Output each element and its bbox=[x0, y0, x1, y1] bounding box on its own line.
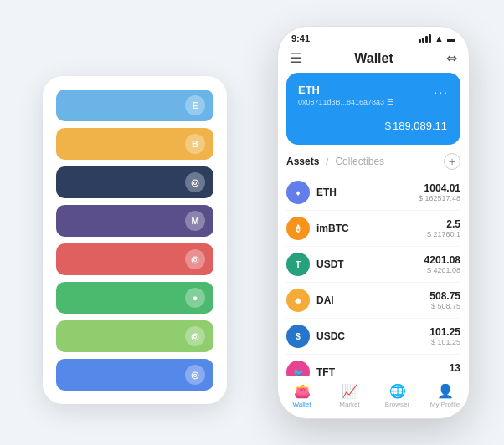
phone-content: ETH ... 0x08711d3B...8416a78a3 ☰ $189,08… bbox=[278, 73, 469, 376]
nav-icon-market: 📈 bbox=[342, 383, 358, 399]
asset-row[interactable]: 🐦TFT130 bbox=[286, 355, 460, 376]
asset-list: ♦ETH1004.01$ 162517.48₿imBTC2.5$ 21760.1… bbox=[286, 175, 460, 376]
nav-label-my-profile: My Profile bbox=[430, 401, 460, 408]
nav-item-my-profile[interactable]: 👤My Profile bbox=[421, 383, 469, 408]
expand-icon[interactable]: ⇔ bbox=[446, 50, 457, 66]
add-asset-button[interactable]: + bbox=[444, 153, 460, 170]
asset-icon-usdc: $ bbox=[286, 325, 310, 348]
balance-amount: 189,089.11 bbox=[393, 120, 447, 132]
asset-name-eth: ETH bbox=[316, 187, 419, 198]
phone-header: ☰ Wallet ⇔ bbox=[278, 47, 469, 73]
card-item-icon: ◎ bbox=[185, 365, 205, 385]
card-item[interactable]: ◎ bbox=[56, 320, 213, 352]
card-item[interactable]: ● bbox=[56, 282, 213, 314]
card-item-icon: ◎ bbox=[185, 249, 205, 269]
bottom-nav: 👛Wallet📈Market🌐Browser👤My Profile bbox=[278, 376, 469, 418]
nav-icon-my-profile: 👤 bbox=[437, 383, 454, 399]
eth-card[interactable]: ETH ... 0x08711d3B...8416a78a3 ☰ $189,08… bbox=[286, 73, 460, 145]
card-item-icon: ● bbox=[185, 288, 205, 308]
asset-amount-primary-dai: 508.75 bbox=[429, 290, 460, 302]
eth-card-header: ETH ... bbox=[298, 83, 449, 96]
battery-icon: ▬ bbox=[447, 34, 455, 43]
asset-amount-secondary-usdt: $ 4201.08 bbox=[424, 266, 460, 274]
asset-amount-secondary-eth: $ 162517.48 bbox=[419, 194, 460, 202]
eth-card-title: ETH bbox=[298, 84, 320, 96]
card-item-icon: ◎ bbox=[185, 326, 205, 346]
nav-label-market: Market bbox=[339, 401, 359, 408]
eth-card-menu[interactable]: ... bbox=[434, 83, 449, 96]
tab-assets[interactable]: Assets bbox=[286, 156, 319, 167]
asset-amounts-tft: 130 bbox=[450, 362, 460, 376]
eth-card-address: 0x08711d3B...8416a78a3 ☰ bbox=[298, 98, 449, 106]
assets-header: Assets / Collectibes + bbox=[286, 153, 460, 170]
nav-item-market[interactable]: 📈Market bbox=[326, 383, 373, 408]
card-item[interactable]: ◎ bbox=[56, 359, 213, 391]
time-display: 9:41 bbox=[291, 33, 310, 43]
asset-amount-primary-eth: 1004.01 bbox=[419, 182, 460, 194]
status-bar: 9:41 ▲ ▬ bbox=[278, 27, 469, 47]
asset-row[interactable]: ♦ETH1004.01$ 162517.48 bbox=[286, 175, 460, 211]
menu-icon[interactable]: ☰ bbox=[290, 50, 301, 66]
status-icons: ▲ ▬ bbox=[419, 33, 455, 43]
nav-item-browser[interactable]: 🌐Browser bbox=[373, 383, 421, 408]
asset-row[interactable]: ₿imBTC2.5$ 21760.1 bbox=[286, 211, 460, 247]
asset-amount-secondary-usdc: $ 101.25 bbox=[429, 338, 460, 346]
card-item[interactable]: ◎ bbox=[56, 243, 213, 275]
assets-tabs: Assets / Collectibes bbox=[286, 156, 384, 167]
asset-amount-secondary-imbtc: $ 21760.1 bbox=[427, 230, 460, 238]
asset-amount-primary-usdt: 4201.08 bbox=[424, 254, 460, 266]
asset-row[interactable]: ◈DAI508.75$ 508.75 bbox=[286, 283, 460, 319]
eth-card-balance: $189,089.11 bbox=[298, 113, 449, 135]
tab-collectibles[interactable]: Collectibes bbox=[335, 156, 384, 167]
asset-icon-tft: 🐦 bbox=[286, 361, 310, 376]
asset-icon-imbtc: ₿ bbox=[286, 217, 310, 240]
nav-label-browser: Browser bbox=[385, 401, 409, 408]
asset-amounts-imbtc: 2.5$ 21760.1 bbox=[427, 218, 460, 238]
card-item[interactable]: ◎ bbox=[56, 166, 213, 198]
asset-icon-usdt: T bbox=[286, 253, 310, 276]
asset-amounts-eth: 1004.01$ 162517.48 bbox=[419, 182, 460, 202]
asset-name-dai: DAI bbox=[316, 294, 429, 306]
card-item[interactable]: M bbox=[56, 205, 213, 237]
asset-name-usdt: USDT bbox=[316, 258, 424, 270]
signal-icon bbox=[419, 34, 431, 43]
card-item-icon: B bbox=[185, 134, 205, 154]
card-item-icon: E bbox=[185, 95, 205, 115]
asset-amount-primary-usdc: 101.25 bbox=[429, 326, 460, 338]
card-item[interactable]: E bbox=[56, 90, 213, 121]
asset-amount-primary-imbtc: 2.5 bbox=[427, 218, 460, 230]
currency-symbol: $ bbox=[385, 120, 391, 132]
nav-icon-wallet: 👛 bbox=[294, 383, 311, 399]
card-item-icon: ◎ bbox=[185, 172, 205, 192]
card-item[interactable]: B bbox=[56, 128, 213, 160]
asset-amounts-usdc: 101.25$ 101.25 bbox=[429, 326, 460, 346]
asset-name-usdc: USDC bbox=[316, 330, 429, 342]
card-item-icon: M bbox=[185, 211, 205, 231]
phone-mockup: 9:41 ▲ ▬ ☰ Wallet ⇔ ETH bbox=[277, 26, 470, 419]
scene: EB◎M◎●◎◎ 9:41 ▲ ▬ ☰ Wallet ⇔ bbox=[18, 18, 486, 427]
tab-separator: / bbox=[326, 156, 328, 166]
page-title: Wallet bbox=[354, 51, 393, 66]
asset-row[interactable]: TUSDT4201.08$ 4201.08 bbox=[286, 247, 460, 283]
asset-name-imbtc: imBTC bbox=[316, 222, 427, 234]
nav-icon-browser: 🌐 bbox=[389, 383, 406, 399]
nav-item-wallet[interactable]: 👛Wallet bbox=[278, 383, 326, 408]
nav-label-wallet: Wallet bbox=[293, 401, 311, 408]
wifi-icon: ▲ bbox=[435, 33, 444, 43]
asset-amounts-dai: 508.75$ 508.75 bbox=[429, 290, 460, 310]
asset-amount-primary-tft: 13 bbox=[450, 362, 460, 374]
asset-amounts-usdt: 4201.08$ 4201.08 bbox=[424, 254, 460, 274]
asset-icon-eth: ♦ bbox=[286, 181, 310, 204]
asset-name-tft: TFT bbox=[316, 366, 450, 376]
card-stack: EB◎M◎●◎◎ bbox=[43, 76, 227, 404]
asset-icon-dai: ◈ bbox=[286, 289, 310, 312]
asset-amount-secondary-dai: $ 508.75 bbox=[429, 302, 460, 310]
asset-row[interactable]: $USDC101.25$ 101.25 bbox=[286, 319, 460, 355]
